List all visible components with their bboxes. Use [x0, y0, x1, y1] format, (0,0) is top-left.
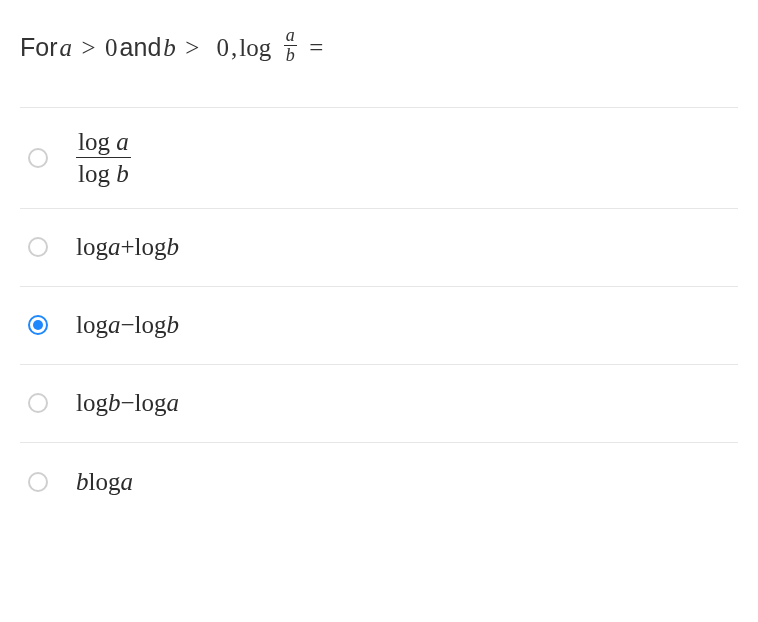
var: b [116, 160, 129, 187]
option-2[interactable]: log a + log b [20, 209, 738, 287]
and-text: and [120, 29, 162, 67]
question-prompt: For a > 0 and b > 0 , log a b = [20, 28, 738, 67]
radio-button[interactable] [28, 393, 48, 413]
var: b [167, 233, 180, 261]
var: a [108, 311, 121, 339]
option-1[interactable]: log a log b [20, 108, 738, 209]
option-3[interactable]: log a − log b [20, 287, 738, 365]
radio-button[interactable] [28, 148, 48, 168]
log-prefix: log [76, 311, 108, 339]
option-2-content: log a + log b [76, 233, 179, 261]
equals-sign: = [309, 29, 323, 67]
option-4[interactable]: log b − log a [20, 365, 738, 443]
var: b [167, 311, 180, 339]
var: a [108, 233, 121, 261]
log-prefix: log [135, 389, 167, 417]
var: a [120, 468, 133, 496]
options-list: log a log b log a + log b log a − log b … [20, 107, 738, 521]
var: a [167, 389, 180, 417]
radio-button[interactable] [28, 237, 48, 257]
var-a: a [60, 29, 73, 67]
option-4-content: log b − log a [76, 389, 179, 417]
var: b [76, 468, 89, 496]
var-b: b [163, 29, 176, 67]
option-3-content: log a − log b [76, 311, 179, 339]
operator: − [120, 389, 134, 417]
log-prefix: log [89, 468, 121, 496]
log-prefix: log [135, 311, 167, 339]
option-1-content: log a log b [76, 128, 131, 188]
var: b [108, 389, 121, 417]
question-text-prefix: For [20, 29, 58, 67]
operator: − [120, 311, 134, 339]
operator: + [120, 233, 134, 261]
frac-num: a [284, 26, 297, 45]
zero-2: 0 [216, 29, 229, 67]
log-prefix: log [76, 233, 108, 261]
comma: , [231, 29, 237, 67]
var: a [116, 128, 129, 155]
radio-button[interactable] [28, 315, 48, 335]
log-prefix: log [78, 128, 116, 155]
log-prefix: log [135, 233, 167, 261]
zero-1: 0 [105, 29, 118, 67]
option-1-fraction: log a log b [76, 128, 131, 188]
option-5-content: b log a [76, 468, 133, 496]
gt-sign-2: > [185, 29, 199, 67]
radio-button[interactable] [28, 472, 48, 492]
gt-sign-1: > [82, 29, 96, 67]
log-text: log [239, 29, 271, 67]
frac-den: b [284, 45, 297, 65]
option-5[interactable]: b log a [20, 443, 738, 521]
fraction-a-over-b: a b [284, 26, 297, 65]
log-prefix: log [76, 389, 108, 417]
log-prefix: log [78, 160, 116, 187]
